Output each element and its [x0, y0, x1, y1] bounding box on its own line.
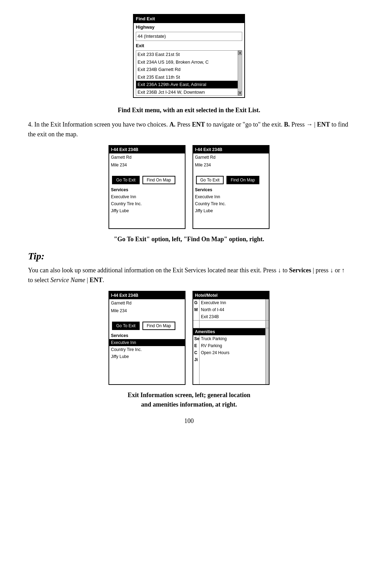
service-jiffy-lube-right: Jiffy Lube [193, 207, 269, 214]
screen-title-right: I-44 Exit 234B [193, 146, 269, 153]
info-road: Garnett Rd [109, 153, 185, 161]
services-label-right: Services [193, 186, 269, 193]
tip-screen-title-left: I-44 Exit 234B [109, 292, 185, 299]
highway-value: 44 (Interstate) [136, 32, 242, 41]
tip-services-label: Services [109, 332, 185, 339]
hotel-scrollbar[interactable] [265, 299, 269, 320]
exit-label: Exit [134, 42, 244, 50]
service-country-tire-right: Country Tire Inc. [193, 200, 269, 207]
bottom-caption: Exit Information screen, left; general l… [28, 390, 350, 409]
caption-text: "Go To Exit" option, left, "Find On Map"… [114, 236, 264, 243]
list-item[interactable]: Exit 233 East 21st St [136, 51, 242, 58]
list-item[interactable]: Exit 234A US 169, Broken Arrow, C [136, 58, 242, 66]
amenity-empty [200, 356, 265, 363]
tip-info-road: Garnett Rd [109, 299, 185, 307]
tip-info-mile: Mile 234 [109, 307, 185, 315]
goto-button-right[interactable]: Go To Exit [196, 176, 224, 184]
hotel-screen-title: Hotel/Motel [193, 292, 269, 299]
list-item[interactable]: Exit 234B Garnett Rd [136, 66, 242, 73]
bottom-spacer [193, 363, 269, 384]
amenity-rv: RV Parking [200, 342, 265, 349]
amenity-open24: Open 24 Hours [200, 349, 265, 356]
tip-service-country-tire: Country Tire Inc. [109, 346, 185, 353]
hotel-screen: Hotel/Motel G Executive Inn M North of I… [192, 291, 270, 385]
button-row-right: Go To Exit Find On Map [193, 174, 269, 186]
exit-list[interactable]: Exit 233 East 21st St Exit 234A US 169, … [136, 50, 242, 96]
hotel-name: Executive Inn [200, 299, 265, 306]
scroll-down-icon[interactable]: ▼ [238, 91, 242, 95]
tip-button-row: Go To Exit Find On Map [109, 320, 185, 332]
info-mile-right: Mile 234 [193, 161, 269, 169]
highway-label: Highway [134, 23, 244, 31]
letter-c: C [193, 349, 200, 356]
amenity-row-2: E RV Parking [193, 342, 269, 349]
tip-service-jiffy-lube: Jiffy Lube [109, 353, 185, 360]
amenities-section: Amenities Se Truck Parking E RV Parking … [193, 328, 269, 384]
tip-screen-left: I-44 Exit 234B Garnett Rd Mile 234 Go To… [108, 291, 186, 385]
page-content: Find Exit Highway 44 (Interstate) Exit E… [28, 14, 350, 426]
exit-screen-pair: I-44 Exit 234B Garnett Rd Mile 234 Go To… [28, 145, 350, 229]
hotel-row-1: G Executive Inn [193, 299, 265, 306]
page-number: 100 [28, 416, 350, 426]
list-item[interactable]: Exit 236B Jct I-244 W, Downtown [136, 88, 242, 96]
letter-ji: Ji [193, 356, 200, 363]
service-executive-inn-right: Executive Inn [193, 193, 269, 200]
menu-title: Find Exit [134, 15, 244, 23]
tip-goto-button[interactable]: Go To Exit [112, 322, 140, 330]
letter-e: E [193, 342, 200, 349]
find-map-button-left[interactable]: Find On Map [142, 176, 175, 184]
amenity-row-4: Ji [193, 356, 269, 363]
amenities-label: Amenities [193, 328, 265, 335]
hotel-exit: Exit 234B [200, 313, 265, 320]
hotel-row-3: Exit 234B [193, 313, 265, 320]
letter-se: Se [193, 335, 200, 342]
find-map-button-right[interactable]: Find On Map [226, 176, 259, 184]
screenshot-pair-caption: "Go To Exit" option, left, "Find On Map"… [28, 235, 350, 244]
amenities-scrollbar[interactable] [265, 328, 269, 335]
amenities-header-row: Amenities [193, 328, 269, 335]
exit-screen-left: I-44 Exit 234B Garnett Rd Mile 234 Go To… [108, 145, 186, 229]
hotel-location: North of I-44 [200, 306, 265, 313]
service-jiffy-lube-left: Jiffy Lube [109, 207, 185, 214]
service-country-tire-left: Country Tire Inc. [109, 200, 185, 207]
tip-service-executive-inn: Executive Inn [109, 339, 185, 346]
para1: 4. In the Exit Information screen you ha… [28, 120, 350, 139]
hotel-rows: G Executive Inn M North of I-44 Exit 234… [193, 299, 265, 320]
list-item-selected[interactable]: Exit 236A 129th Ave East, Admiral [136, 81, 242, 88]
tip-heading: Tip: [28, 249, 350, 264]
scrollbar[interactable]: ▲ ▼ [238, 51, 242, 95]
scroll-up-icon[interactable]: ▲ [238, 51, 242, 55]
bottom-caption-line1: Exit Information screen, left; general l… [28, 390, 350, 400]
hotel-row-2: M North of I-44 [193, 306, 265, 313]
amenity-row-1: Se Truck Parking [193, 335, 269, 342]
letter-m: M [193, 306, 200, 313]
screen-title-left: I-44 Exit 234B [109, 146, 185, 153]
info-road-right: Garnett Rd [193, 153, 269, 161]
tip-find-button[interactable]: Find On Map [142, 322, 175, 330]
amenity-row-3: C Open 24 Hours [193, 349, 269, 356]
services-label-left: Services [109, 186, 185, 193]
tip-body: You can also look up some additional inf… [28, 266, 350, 285]
letter-g: G [193, 299, 200, 306]
info-mile: Mile 234 [109, 161, 185, 169]
bottom-caption-line2: and amenities information, at right. [28, 400, 350, 409]
amenity-truck: Truck Parking [200, 335, 265, 342]
hotel-info-section: G Executive Inn M North of I-44 Exit 234… [193, 299, 269, 321]
goto-button-left[interactable]: Go To Exit [112, 176, 140, 184]
letter-empty [193, 313, 200, 320]
button-row-left: Go To Exit Find On Map [109, 174, 185, 186]
find-exit-caption: Find Exit menu, with an exit selected in… [28, 106, 350, 115]
blank-row [193, 321, 269, 328]
exit-screen-right: I-44 Exit 234B Garnett Rd Mile 234 Go To… [192, 145, 270, 229]
tip-screen-pair: I-44 Exit 234B Garnett Rd Mile 234 Go To… [28, 291, 350, 385]
service-executive-inn-left: Executive Inn [109, 193, 185, 200]
list-item[interactable]: Exit 235 East 11th St [136, 73, 242, 81]
find-exit-menu: Find Exit Highway 44 (Interstate) Exit E… [133, 14, 245, 98]
